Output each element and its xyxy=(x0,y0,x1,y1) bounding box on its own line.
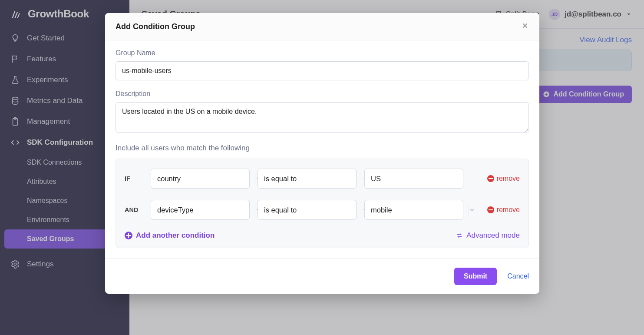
condition-prefix: IF xyxy=(125,175,143,182)
condition-value[interactable] xyxy=(365,169,469,188)
operator-value[interactable] xyxy=(258,200,362,219)
attribute-select[interactable] xyxy=(151,200,250,220)
remove-condition-button[interactable]: remove xyxy=(487,206,520,214)
swap-icon xyxy=(456,232,463,239)
modal-header: Add Condition Group xyxy=(105,13,539,40)
group-name-label: Group Name xyxy=(116,49,529,57)
operator-select[interactable] xyxy=(258,169,357,189)
submit-button[interactable]: Submit xyxy=(454,268,497,285)
operator-value[interactable] xyxy=(258,169,362,188)
conditions-box: IF remove AND xyxy=(116,159,529,248)
chevron-down-icon xyxy=(469,204,475,216)
add-another-label: Add another condition xyxy=(136,231,215,240)
attribute-value[interactable] xyxy=(151,200,255,219)
plus-circle-icon xyxy=(125,232,132,239)
condition-prefix: AND xyxy=(125,206,143,213)
minus-circle-icon xyxy=(487,206,494,213)
remove-label: remove xyxy=(497,206,520,214)
modal-footer: Submit Cancel xyxy=(105,259,539,294)
add-another-condition-button[interactable]: Add another condition xyxy=(125,231,215,240)
minus-circle-icon xyxy=(487,175,494,182)
description-input[interactable] xyxy=(116,102,529,133)
conditions-label: Include all users who match the followin… xyxy=(116,144,529,153)
condition-row: AND remove xyxy=(125,200,520,220)
condition-row: IF remove xyxy=(125,169,520,189)
modal-close-button[interactable] xyxy=(521,21,529,32)
add-condition-group-modal: Add Condition Group Group Name Descripti… xyxy=(105,13,539,294)
advanced-mode-label: Advanced mode xyxy=(466,231,520,240)
remove-condition-button[interactable]: remove xyxy=(487,175,520,182)
condition-value[interactable] xyxy=(365,200,469,219)
close-icon xyxy=(521,22,529,30)
description-label: Description xyxy=(116,90,529,98)
attribute-select[interactable] xyxy=(151,169,250,189)
cancel-button[interactable]: Cancel xyxy=(507,272,529,280)
remove-label: remove xyxy=(497,175,520,182)
value-select[interactable] xyxy=(364,200,463,220)
modal-title: Add Condition Group xyxy=(116,22,195,31)
attribute-value[interactable] xyxy=(151,169,255,188)
group-name-input[interactable] xyxy=(116,61,529,80)
value-input[interactable] xyxy=(364,169,463,189)
advanced-mode-toggle[interactable]: Advanced mode xyxy=(456,231,520,240)
operator-select[interactable] xyxy=(258,200,357,220)
